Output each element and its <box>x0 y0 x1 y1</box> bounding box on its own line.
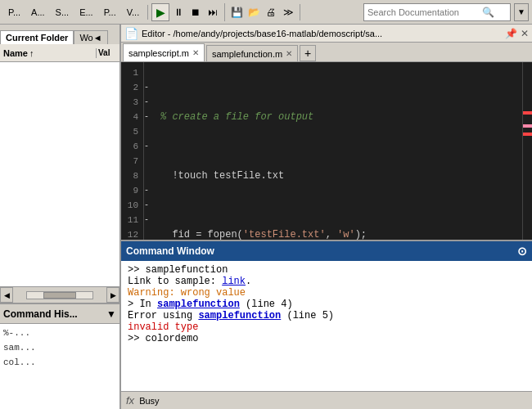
sort-icon: ↑ <box>29 48 34 58</box>
cw-link-sample[interactable]: link <box>222 276 246 287</box>
tab-samplefunction[interactable]: samplefunction.m ✕ <box>206 45 298 61</box>
cmd-history-header: Command His... ▼ <box>0 304 119 324</box>
cmd-history-expand[interactable]: ▼ <box>106 308 116 320</box>
menu-v[interactable]: V... <box>122 5 145 20</box>
tab-samplefunction-close[interactable]: ✕ <box>286 49 292 58</box>
tab-workspace[interactable]: Wo◄ <box>74 30 107 44</box>
print-icon[interactable]: 🖨 <box>263 4 279 20</box>
search-icon[interactable]: 🔍 <box>482 7 494 18</box>
cw-link-sf-4[interactable]: samplefunction <box>157 299 240 310</box>
save-icon[interactable]: 💾 <box>228 4 245 20</box>
editor-close-icon[interactable]: ✕ <box>521 28 529 39</box>
cw-link-sf-5[interactable]: samplefunction <box>198 310 281 321</box>
editor-tabs: samplescript.m ✕ samplefunction.m ✕ + <box>121 43 532 62</box>
right-panel: 📄 Editor - /home/andy/projects/base16-ma… <box>121 25 532 409</box>
cw-warning-text: Warning: wrong value <box>128 287 246 299</box>
scroll-right-arrow[interactable]: ▶ <box>106 287 119 303</box>
toolbar-menu-group: P... A... S... E... P... V... <box>3 5 148 20</box>
left-panel: Current Folder Wo◄ Name ↑ Val ◀ ▶ Comman… <box>0 25 121 409</box>
scroll-left-arrow[interactable]: ◀ <box>0 287 13 303</box>
folder-contents[interactable] <box>0 62 119 286</box>
stop-icon[interactable]: ⏹ <box>187 4 204 20</box>
tab-current-folder[interactable]: Current Folder <box>0 30 74 44</box>
bottom-bar: fx Busy <box>121 391 532 409</box>
cw-prompt-2: >> colordemo <box>128 333 198 344</box>
tab-samplescript[interactable]: samplescript.m ✕ <box>123 43 205 61</box>
code-line-2: !touch testFile.txt <box>160 169 517 183</box>
code-line-3: fid = fopen('testFile.txt', 'w'); <box>160 227 517 240</box>
menu-a[interactable]: A... <box>26 5 50 20</box>
col-name-header[interactable]: Name ↑ <box>0 48 97 58</box>
cw-text-4a: > In <box>128 299 157 310</box>
cw-expand-button[interactable]: ⊙ <box>517 245 527 258</box>
list-item[interactable]: col... <box>3 355 116 370</box>
cw-line-2: Link to sample: link. <box>128 276 525 287</box>
play-button[interactable]: ▶ <box>151 3 169 21</box>
code-line-1: % create a file for output <box>160 110 517 124</box>
cw-content[interactable]: >> samplefunction Link to sample: link. … <box>121 261 532 391</box>
cw-text-5a: Error using <box>128 310 198 321</box>
filter-button[interactable]: ▼ <box>514 3 529 21</box>
tab-samplescript-label: samplescript.m <box>128 48 189 58</box>
search-input[interactable] <box>367 7 482 17</box>
folder-scrollbar[interactable]: ◀ ▶ <box>0 286 119 303</box>
scroll-indicator-pink <box>523 124 532 128</box>
scroll-thumb[interactable] <box>43 292 76 299</box>
left-panel-tabs: Current Folder Wo◄ <box>0 25 119 44</box>
cw-line-3: Warning: wrong value <box>128 287 525 299</box>
cw-line-7: >> colordemo <box>128 333 525 344</box>
toolbar-file-group: 💾 📂 🖨 ≫ <box>228 4 300 20</box>
cw-text-4b: (line 4) <box>240 299 293 310</box>
cw-line-4: > In samplefunction (line 4) <box>128 299 525 310</box>
toolbar-playback-group: ▶ ⏸ ⏹ ⏭ <box>151 3 225 21</box>
cw-text-5b: (line 5) <box>281 310 334 321</box>
editor-title: Editor - /home/andy/projects/base16-matl… <box>142 29 502 38</box>
col-name-label: Name <box>3 48 28 58</box>
cmd-history-content: %-... sam... col... <box>0 324 119 409</box>
step-icon[interactable]: ⏭ <box>205 4 221 20</box>
tab-samplescript-close[interactable]: ✕ <box>192 48 199 57</box>
menu-s[interactable]: S... <box>51 5 74 20</box>
editor-titlebar: 📄 Editor - /home/andy/projects/base16-ma… <box>121 25 532 43</box>
cw-prompt-1: >> samplefunction <box>128 264 228 276</box>
main-layout: Current Folder Wo◄ Name ↑ Val ◀ ▶ Comman… <box>0 25 532 409</box>
menu-p2[interactable]: P... <box>99 5 121 20</box>
cw-text-2a: Link to sample: <box>128 276 222 287</box>
cw-line-1: >> samplefunction <box>128 264 525 276</box>
pause-icon[interactable]: ⏸ <box>170 4 187 20</box>
col-val-header[interactable]: Val <box>97 48 119 57</box>
line-numbers: 12345 678910 1112 <box>121 62 144 240</box>
scroll-indicator-red <box>523 111 532 115</box>
cw-error-text: invalid type <box>128 321 198 333</box>
cw-line-6: invalid type <box>128 321 525 333</box>
editor-scrollbar[interactable] <box>522 62 532 240</box>
cmd-history-panel: Command His... ▼ %-... sam... col... <box>0 303 119 409</box>
search-box: 🔍 <box>363 3 511 21</box>
cw-line-5: Error using samplefunction (line 5) <box>128 310 525 321</box>
cw-title: Command Window <box>126 245 214 257</box>
more-icon[interactable]: ≫ <box>280 4 296 20</box>
folder-table-header: Name ↑ Val <box>0 44 119 62</box>
menu-e[interactable]: E... <box>74 5 98 20</box>
command-window: Command Window ⊙ >> samplefunction Link … <box>121 240 532 391</box>
cmd-history-title: Command His... <box>3 308 78 320</box>
list-item[interactable]: sam... <box>3 340 116 355</box>
open-icon[interactable]: 📂 <box>246 4 262 20</box>
line-markers: - - - - - - - <box>144 62 156 240</box>
pin-icon[interactable]: 📌 <box>505 28 517 39</box>
scroll-indicator-red2 <box>523 133 532 136</box>
status-text: Busy <box>139 396 159 406</box>
add-tab-button[interactable]: + <box>300 45 316 61</box>
cw-text-2b: . <box>246 276 251 287</box>
scroll-track[interactable] <box>26 291 93 299</box>
code-content: % create a file for output !touch testFi… <box>156 62 522 240</box>
editor-code-area[interactable]: 12345 678910 1112 - - - - - - - <box>121 62 532 240</box>
list-item[interactable]: %-... <box>3 326 116 340</box>
fx-icon: fx <box>126 394 134 407</box>
editor-section: 📄 Editor - /home/andy/projects/base16-ma… <box>121 25 532 240</box>
cw-titlebar: Command Window ⊙ <box>121 241 532 261</box>
tab-samplefunction-label: samplefunction.m <box>212 49 282 59</box>
editor-file-icon: 📄 <box>124 27 138 40</box>
toolbar: P... A... S... E... P... V... ▶ ⏸ ⏹ ⏭ 💾 … <box>0 0 532 25</box>
menu-p1[interactable]: P... <box>3 5 25 20</box>
